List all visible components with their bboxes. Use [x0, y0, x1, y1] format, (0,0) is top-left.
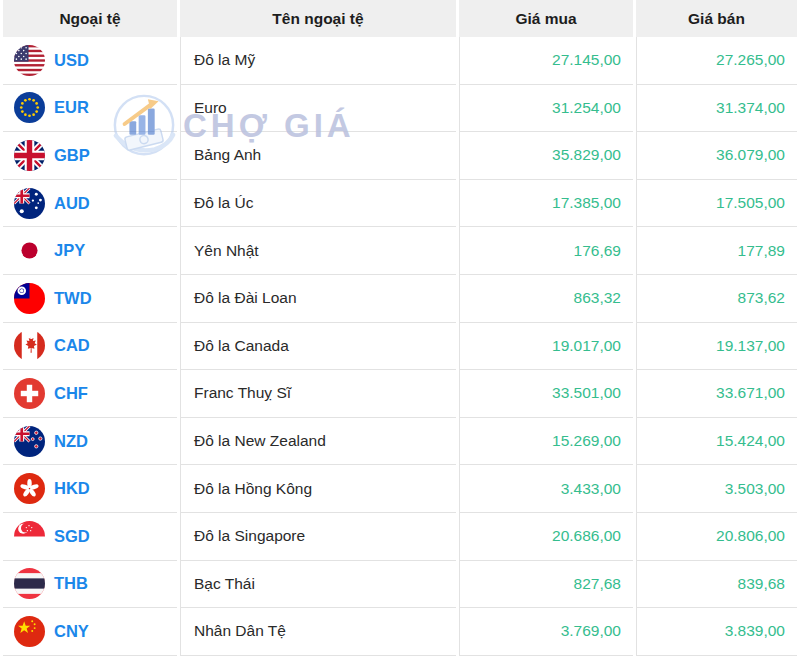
- buy-price: 827,68: [459, 561, 633, 609]
- table-row: EUR Euro 31.254,00 31.374,00: [3, 85, 797, 133]
- table-row: GBP Bảng Anh 35.829,00 36.079,00: [3, 132, 797, 180]
- table-row: CHF Franc Thuỵ Sĩ 33.501,00 33.671,00: [3, 370, 797, 418]
- sell-price: 15.424,00: [636, 418, 797, 466]
- table-header-row: Ngoại tệ Tên ngoại tệ Giá mua Giá bán: [3, 0, 797, 37]
- us-flag-icon: [14, 45, 45, 76]
- currency-name: Bảng Anh: [180, 132, 456, 180]
- currency-name: Đô la New Zealand: [180, 418, 456, 466]
- col-header-ten-ngoai-te: Tên ngoại tệ: [180, 0, 456, 37]
- currency-code-link[interactable]: CNY: [54, 622, 89, 640]
- currency-cell: SGD: [3, 513, 177, 561]
- sg-flag-icon: [14, 521, 45, 552]
- jp-flag-icon: [14, 235, 45, 266]
- currency-cell: THB: [3, 561, 177, 609]
- currency-cell: TWD: [3, 275, 177, 323]
- sell-price: 20.806,00: [636, 513, 797, 561]
- table-row: HKD Đô la Hồng Kông 3.433,00 3.503,00: [3, 465, 797, 513]
- table-body: USD Đô la Mỹ 27.145,00 27.265,00 EUR Eur…: [3, 37, 797, 656]
- currency-code-link[interactable]: NZD: [54, 432, 88, 450]
- buy-price: 863,32: [459, 275, 633, 323]
- buy-price: 19.017,00: [459, 323, 633, 371]
- tw-flag-icon: [14, 283, 45, 314]
- buy-price: 33.501,00: [459, 370, 633, 418]
- currency-cell: HKD: [3, 465, 177, 513]
- table-row: AUD Đô la Úc 17.385,00 17.505,00: [3, 180, 797, 228]
- table-row: JPY Yên Nhật 176,69 177,89: [3, 227, 797, 275]
- currency-name: Nhân Dân Tệ: [180, 608, 456, 656]
- currency-cell: JPY: [3, 227, 177, 275]
- sell-price: 839,68: [636, 561, 797, 609]
- sell-price: 17.505,00: [636, 180, 797, 228]
- sell-price: 3.839,00: [636, 608, 797, 656]
- buy-price: 15.269,00: [459, 418, 633, 466]
- sell-price: 36.079,00: [636, 132, 797, 180]
- currency-name: Đô la Hồng Kông: [180, 465, 456, 513]
- hk-flag-icon: [14, 473, 45, 504]
- buy-price: 31.254,00: [459, 85, 633, 133]
- sell-price: 19.137,00: [636, 323, 797, 371]
- exchange-rate-table: Ngoại tệ Tên ngoại tệ Giá mua Giá bán US…: [0, 0, 800, 656]
- buy-price: 27.145,00: [459, 37, 633, 85]
- table-row: SGD Đô la Singapore 20.686,00 20.806,00: [3, 513, 797, 561]
- currency-cell: CAD: [3, 323, 177, 371]
- col-header-gia-ban: Giá bán: [636, 0, 797, 37]
- currency-name: Đô la Úc: [180, 180, 456, 228]
- buy-price: 35.829,00: [459, 132, 633, 180]
- buy-price: 3.769,00: [459, 608, 633, 656]
- table-row: USD Đô la Mỹ 27.145,00 27.265,00: [3, 37, 797, 85]
- ch-flag-icon: [14, 378, 45, 409]
- currency-cell: EUR: [3, 85, 177, 133]
- table-row: CNY Nhân Dân Tệ 3.769,00 3.839,00: [3, 608, 797, 656]
- sell-price: 27.265,00: [636, 37, 797, 85]
- cn-flag-icon: [14, 616, 45, 647]
- table-row: THB Bạc Thái 827,68 839,68: [3, 561, 797, 609]
- currency-code-link[interactable]: TWD: [54, 289, 92, 307]
- sell-price: 31.374,00: [636, 85, 797, 133]
- currency-name: Đô la Đài Loan: [180, 275, 456, 323]
- gb-flag-icon: [14, 140, 45, 171]
- currency-name: Euro: [180, 85, 456, 133]
- currency-name: Franc Thuỵ Sĩ: [180, 370, 456, 418]
- sell-price: 873,62: [636, 275, 797, 323]
- currency-code-link[interactable]: AUD: [54, 194, 90, 212]
- buy-price: 20.686,00: [459, 513, 633, 561]
- buy-price: 17.385,00: [459, 180, 633, 228]
- currency-cell: NZD: [3, 418, 177, 466]
- currency-name: Đô la Mỹ: [180, 37, 456, 85]
- table-row: CAD Đô la Canada 19.017,00 19.137,00: [3, 323, 797, 371]
- currency-cell: GBP: [3, 132, 177, 180]
- currency-code-link[interactable]: SGD: [54, 527, 90, 545]
- currency-cell: USD: [3, 37, 177, 85]
- currency-code-link[interactable]: GBP: [54, 146, 90, 164]
- nz-flag-icon: [14, 426, 45, 457]
- currency-name: Bạc Thái: [180, 561, 456, 609]
- currency-cell: CHF: [3, 370, 177, 418]
- currency-code-link[interactable]: CAD: [54, 336, 90, 354]
- ca-flag-icon: [14, 330, 45, 361]
- currency-name: Đô la Singapore: [180, 513, 456, 561]
- th-flag-icon: [14, 568, 45, 599]
- currency-code-link[interactable]: HKD: [54, 479, 90, 497]
- table-row: NZD Đô la New Zealand 15.269,00 15.424,0…: [3, 418, 797, 466]
- buy-price: 3.433,00: [459, 465, 633, 513]
- sell-price: 33.671,00: [636, 370, 797, 418]
- col-header-ngoai-te: Ngoại tệ: [3, 0, 177, 37]
- eu-flag-icon: [14, 92, 45, 123]
- currency-cell: AUD: [3, 180, 177, 228]
- currency-name: Yên Nhật: [180, 227, 456, 275]
- au-flag-icon: [14, 188, 45, 219]
- currency-code-link[interactable]: THB: [54, 574, 88, 592]
- exchange-rate-page: Ngoại tệ Tên ngoại tệ Giá mua Giá bán US…: [0, 0, 800, 656]
- currency-cell: CNY: [3, 608, 177, 656]
- table-row: TWD Đô la Đài Loan 863,32 873,62: [3, 275, 797, 323]
- col-header-gia-mua: Giá mua: [459, 0, 633, 37]
- buy-price: 176,69: [459, 227, 633, 275]
- currency-code-link[interactable]: CHF: [54, 384, 88, 402]
- currency-code-link[interactable]: USD: [54, 51, 89, 69]
- sell-price: 177,89: [636, 227, 797, 275]
- currency-code-link[interactable]: EUR: [54, 98, 89, 116]
- sell-price: 3.503,00: [636, 465, 797, 513]
- currency-code-link[interactable]: JPY: [54, 241, 85, 259]
- currency-name: Đô la Canada: [180, 323, 456, 371]
